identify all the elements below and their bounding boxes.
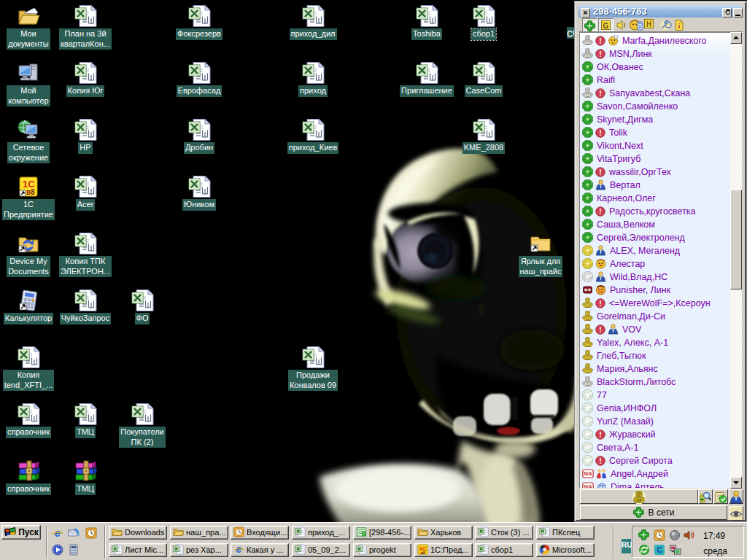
svg-text:!: ! xyxy=(599,324,602,333)
svg-text:!: ! xyxy=(599,298,602,307)
svg-text:!: ! xyxy=(599,429,602,438)
svg-text:N/A: N/A xyxy=(584,472,592,477)
svg-text:QIP: QIP xyxy=(636,499,642,502)
svg-text:!: ! xyxy=(599,167,602,176)
svg-text:!: ! xyxy=(599,49,602,58)
svg-text:i: i xyxy=(678,23,681,30)
svg-text:в8: в8 xyxy=(420,551,425,555)
svg-text:!: ! xyxy=(599,206,602,215)
svg-text:!: ! xyxy=(599,128,602,136)
svg-text:!: ! xyxy=(599,456,602,464)
svg-text:!: ! xyxy=(599,36,602,44)
svg-text:C: C xyxy=(657,546,662,554)
svg-text:@: @ xyxy=(597,481,606,489)
svg-text:!: ! xyxy=(599,88,602,97)
